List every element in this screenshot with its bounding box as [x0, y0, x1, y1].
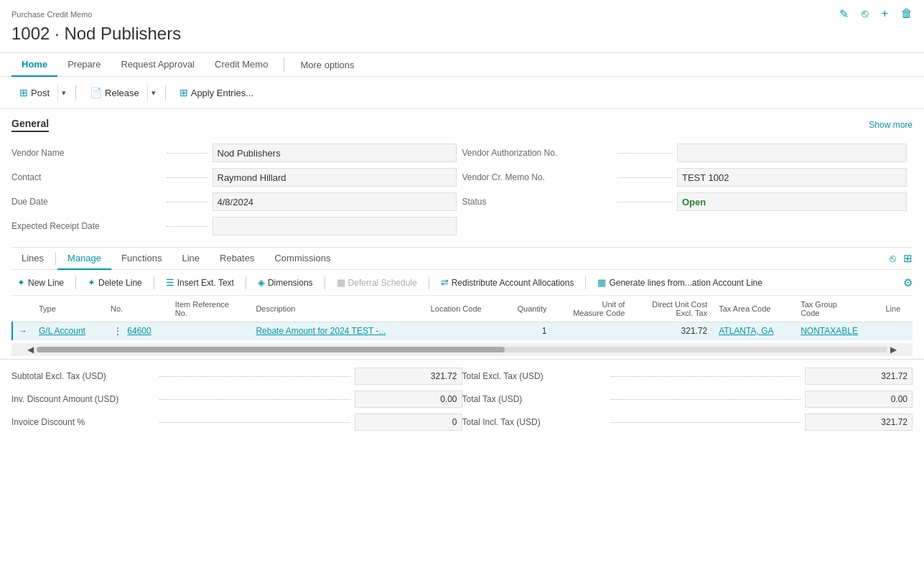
- deferral-schedule-button[interactable]: ▦ Deferral Schedule: [331, 274, 423, 291]
- contact-input[interactable]: [213, 168, 457, 187]
- col-description-header[interactable]: Description: [250, 296, 424, 322]
- expected-receipt-input[interactable]: [213, 217, 457, 235]
- show-more-link[interactable]: Show more: [869, 120, 913, 130]
- nav-separator: [284, 57, 284, 72]
- vendor-name-row: Vendor Name: [11, 141, 462, 165]
- insert-ext-text-button[interactable]: ☰ Insert Ext. Text: [160, 274, 240, 291]
- apply-entries-icon: ⊞: [179, 87, 188, 98]
- tab-home[interactable]: Home: [11, 53, 57, 77]
- col-type-header[interactable]: Type: [33, 296, 105, 322]
- due-date-label: Due Date: [11, 197, 162, 207]
- scrollbar-thumb[interactable]: [37, 347, 505, 352]
- row-unit-cost[interactable]: 321.72: [630, 322, 713, 340]
- col-unit-cost-header[interactable]: Direct Unit CostExcl. Tax: [630, 296, 713, 322]
- lines-share-icon[interactable]: ⎋: [890, 252, 896, 265]
- total-incl-tax-row: Total Incl. Tax (USD): [462, 411, 913, 433]
- row-description[interactable]: Rebate Amount for 2024 TEST -...: [250, 322, 424, 340]
- col-no-header[interactable]: No.: [105, 296, 169, 322]
- due-date-value: [213, 192, 457, 211]
- scrollbar-track[interactable]: [37, 347, 887, 352]
- col-item-ref-header[interactable]: Item ReferenceNo.: [169, 296, 251, 322]
- subtotal-value: [355, 368, 462, 385]
- lines-tab-line[interactable]: Line: [172, 248, 210, 270]
- toolbar-divider-1: [75, 85, 76, 100]
- scroll-left-arrow[interactable]: ◀: [24, 345, 37, 355]
- post-dropdown-arrow[interactable]: ▾: [57, 85, 70, 101]
- release-dropdown-arrow[interactable]: ▾: [147, 85, 159, 101]
- tab-request-approval[interactable]: Request Approval: [111, 53, 205, 77]
- invoice-discount-pct-label: Invoice Discount %: [11, 417, 155, 427]
- lines-tabs: Lines Manage Functions Line Rebates Comm…: [11, 248, 913, 270]
- total-excl-tax-label: Total Excl. Tax (USD): [462, 371, 606, 381]
- new-line-button[interactable]: ✦ New Line: [11, 274, 70, 291]
- tab-prepare[interactable]: Prepare: [57, 53, 111, 77]
- vendor-cr-memo-input[interactable]: [677, 168, 907, 187]
- redistribute-button[interactable]: ⇄ Redistribute Account Allocations: [435, 274, 580, 291]
- general-form: Vendor Name Contact Due Date: [11, 141, 913, 238]
- lines-tab-rebates[interactable]: Rebates: [210, 248, 264, 270]
- dimensions-button[interactable]: ◈ Dimensions: [252, 274, 319, 291]
- post-dropdown: ⊞ Post ▾: [11, 83, 70, 103]
- row-context-menu[interactable]: ⋮: [113, 326, 122, 336]
- delete-icon[interactable]: 🗑: [901, 7, 913, 21]
- invoice-discount-pct-input[interactable]: [355, 414, 462, 431]
- footer-totals: Subtotal Excl. Tax (USD) Inv. Discount A…: [0, 359, 924, 439]
- delete-line-icon: ✦: [88, 277, 95, 288]
- add-icon[interactable]: +: [882, 7, 888, 21]
- lines-tab-functions[interactable]: Functions: [111, 248, 172, 270]
- post-button[interactable]: ⊞ Post: [11, 83, 57, 103]
- generate-lines-button[interactable]: ▦ Generate lines from...ation Account Li…: [592, 274, 767, 291]
- row-type[interactable]: G/L Account: [33, 322, 105, 340]
- tab-more-options[interactable]: More options: [290, 54, 364, 76]
- totals-right-col: Total Excl. Tax (USD) Total Tax (USD) To…: [462, 365, 913, 433]
- col-tax-area-header[interactable]: Tax Area Code: [713, 296, 795, 322]
- post-icon: ⊞: [19, 87, 28, 98]
- lines-tab-lines[interactable]: Lines: [11, 248, 54, 270]
- row-tax-area[interactable]: ATLANTA, GA: [713, 322, 795, 340]
- deferral-icon: ▦: [337, 277, 345, 288]
- contact-value: [213, 168, 457, 187]
- row-tax-group[interactable]: NONTAXABLE: [795, 322, 879, 340]
- vendor-cr-memo-label: Vendor Cr. Memo No.: [462, 172, 613, 182]
- table-row[interactable]: → G/L Account ⋮ 64600 Rebate Amount for …: [12, 322, 913, 340]
- vendor-name-input[interactable]: [213, 144, 457, 162]
- apply-entries-button[interactable]: ⊞ Apply Entries...: [172, 83, 261, 103]
- general-right-col: Vendor Authorization No. Vendor Cr. Memo…: [462, 141, 913, 238]
- lines-tab-commissions[interactable]: Commissions: [264, 248, 340, 270]
- row-item-ref: [169, 322, 251, 340]
- lines-table: Type No. Item ReferenceNo. Description L…: [11, 296, 913, 340]
- col-uom-header[interactable]: Unit ofMeasure Code: [552, 296, 630, 322]
- page-title: 1002 · Nod Publishers: [11, 24, 913, 44]
- page-subtitle-row: Purchase Credit Memo ✎ ⎋ + 🗑: [11, 7, 913, 21]
- col-line-header[interactable]: Line: [879, 296, 913, 322]
- status-input: [677, 192, 907, 211]
- lines-tab-manage[interactable]: Manage: [57, 248, 111, 270]
- due-date-input[interactable]: [213, 192, 457, 211]
- lines-section: Lines Manage Functions Line Rebates Comm…: [0, 248, 924, 356]
- delete-line-button[interactable]: ✦ Delete Line: [82, 274, 148, 291]
- horizontal-scrollbar[interactable]: ◀ ▶: [11, 343, 913, 356]
- vendor-auth-input[interactable]: [677, 144, 907, 162]
- row-quantity[interactable]: 1: [502, 322, 552, 340]
- page-header: Purchase Credit Memo ✎ ⎋ + 🗑 1002 · Nod …: [0, 0, 924, 53]
- status-row: Status: [462, 190, 913, 214]
- share-icon[interactable]: ⎋: [862, 7, 869, 21]
- edit-icon[interactable]: ✎: [839, 7, 849, 21]
- inv-discount-value: [355, 391, 462, 408]
- tab-credit-memo[interactable]: Credit Memo: [205, 53, 278, 77]
- lines-expand-icon[interactable]: ⊞: [903, 252, 913, 265]
- col-quantity-header[interactable]: Quantity: [502, 296, 552, 322]
- header-icons: ✎ ⎋ + 🗑: [839, 7, 913, 21]
- table-body: → G/L Account ⋮ 64600 Rebate Amount for …: [12, 322, 913, 340]
- col-tax-group-header[interactable]: Tax GroupCode: [795, 296, 879, 322]
- col-location-header[interactable]: Location Code: [425, 296, 502, 322]
- inv-discount-label: Inv. Discount Amount (USD): [11, 394, 155, 404]
- scroll-right-arrow[interactable]: ▶: [887, 345, 900, 355]
- vendor-name-label: Vendor Name: [11, 148, 162, 158]
- lines-settings-icon[interactable]: ⚙: [903, 276, 913, 289]
- generate-lines-icon: ▦: [597, 277, 606, 288]
- total-excl-tax-row: Total Excl. Tax (USD): [462, 365, 913, 387]
- row-no-link[interactable]: 64600: [127, 326, 151, 336]
- total-tax-input: [805, 391, 913, 408]
- release-button[interactable]: 📄 Release: [82, 83, 147, 103]
